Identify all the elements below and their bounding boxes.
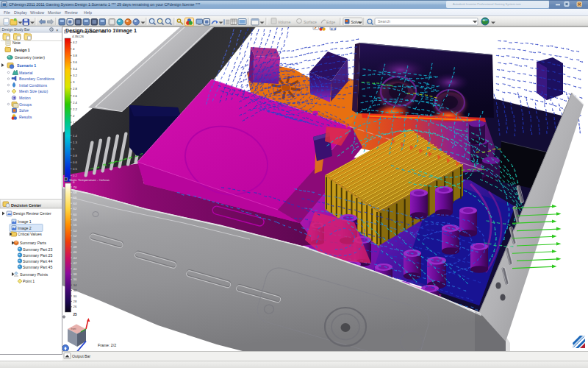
svg-text:Critical Values: Critical Values: [18, 232, 42, 236]
svg-text:Summary Part 44: Summary Part 44: [23, 259, 52, 263]
svg-text:0.2: 0.2: [73, 174, 78, 177]
svg-text:×: ×: [56, 28, 59, 32]
svg-text:Review: Review: [65, 10, 78, 15]
svg-text:Boundary Conditions: Boundary Conditions: [19, 77, 55, 81]
svg-text:70: 70: [74, 185, 77, 189]
svg-text:Monitor: Monitor: [48, 10, 61, 15]
svg-text:34: 34: [74, 283, 77, 287]
svg-text:50: 50: [74, 240, 77, 244]
svg-text:0.8: 0.8: [73, 154, 78, 158]
svg-text:4.2: 4.2: [73, 40, 78, 44]
svg-text:Image 2: Image 2: [18, 226, 32, 230]
svg-text:Search: Search: [378, 19, 390, 24]
svg-text:3.6: 3.6: [73, 60, 78, 64]
svg-text:Material: Material: [19, 71, 32, 75]
svg-text:38: 38: [74, 272, 77, 276]
svg-text:Point 1: Point 1: [23, 279, 35, 283]
svg-text:26: 26: [74, 305, 77, 308]
svg-text:CFdesign 2011 2011 Gaming S: CFdesign 2011 2011 Gaming System:Design …: [9, 2, 200, 7]
svg-text:2.2: 2.2: [73, 107, 78, 111]
svg-text:46: 46: [74, 250, 77, 254]
svg-text:25: 25: [74, 313, 78, 316]
svg-text:1.8: 1.8: [73, 121, 78, 124]
svg-text:Output Bar: Output Bar: [72, 354, 90, 358]
svg-text:Geometry (meter): Geometry (meter): [15, 55, 45, 60]
svg-text:Results: Results: [19, 115, 32, 119]
svg-text:Summary Part 25: Summary Part 25: [23, 253, 52, 258]
svg-text:62: 62: [74, 207, 77, 210]
svg-text:Motion: Motion: [19, 96, 31, 100]
svg-text:36: 36: [74, 277, 77, 281]
svg-text:File: File: [4, 10, 10, 15]
svg-text:44: 44: [74, 256, 77, 260]
svg-text:Summary Part 45: Summary Part 45: [23, 265, 52, 269]
svg-text:56: 56: [74, 223, 77, 227]
svg-text:front: front: [71, 328, 76, 330]
svg-text:Design Study Bar: Design Study Bar: [2, 28, 30, 32]
svg-text:3.8: 3.8: [73, 54, 78, 57]
svg-text:Scenario 1: Scenario 1: [17, 63, 36, 68]
svg-text:Design 1: Design 1: [14, 48, 30, 52]
svg-text:Decision Center: Decision Center: [11, 203, 42, 208]
svg-text:64: 64: [74, 202, 77, 205]
svg-text:30: 30: [74, 294, 77, 298]
svg-text:Summary Parts: Summary Parts: [20, 241, 46, 245]
svg-text:1.4: 1.4: [73, 134, 78, 138]
svg-text:Solve: Solve: [19, 108, 29, 113]
svg-text:Volume: Volume: [278, 20, 290, 24]
svg-text:1.6: 1.6: [73, 127, 78, 131]
svg-text:Window: Window: [30, 10, 44, 15]
svg-text:Design Review Center: Design Review Center: [13, 211, 51, 216]
svg-text:Display: Display: [14, 10, 27, 15]
svg-text:54: 54: [74, 229, 77, 233]
svg-text:Edge: Edge: [326, 20, 335, 24]
svg-text:42: 42: [74, 261, 77, 265]
svg-text:40: 40: [74, 267, 77, 271]
svg-text:Image 1: Image 1: [18, 219, 32, 224]
svg-text:Mesh Size (auto): Mesh Size (auto): [19, 89, 48, 93]
svg-text:58: 58: [74, 218, 77, 222]
svg-text:3.2: 3.2: [73, 74, 78, 77]
svg-text:Surface: Surface: [304, 20, 317, 24]
svg-text:66: 66: [74, 196, 77, 199]
svg-text:32: 32: [74, 289, 77, 292]
svg-text:Initial Conditions: Initial Conditions: [19, 83, 47, 88]
svg-text:0.5: 0.5: [73, 167, 78, 171]
svg-text:1.3: 1.3: [73, 141, 78, 144]
svg-text:Static Temperature - Celsius: Static Temperature - Celsius: [69, 178, 110, 182]
svg-text:60: 60: [74, 213, 77, 216]
svg-text:48: 48: [74, 245, 77, 249]
svg-text:Help: Help: [84, 10, 92, 15]
svg-text:Note: Note: [12, 40, 21, 45]
svg-text:Frame: 2/2: Frame: 2/2: [98, 343, 116, 347]
svg-text:Groups: Groups: [19, 102, 32, 107]
svg-text:2.8: 2.8: [73, 87, 78, 91]
svg-text:0.6: 0.6: [73, 160, 78, 164]
svg-text:3.4: 3.4: [73, 67, 78, 71]
svg-text:4.35126: 4.35126: [72, 35, 84, 38]
svg-text:28: 28: [74, 300, 77, 303]
svg-text:Summary Part 23: Summary Part 23: [23, 247, 52, 252]
svg-text:Summary Points: Summary Points: [20, 272, 48, 277]
svg-text:Design 1\Scenario 1\Image 1: Design 1\Scenario 1\Image 1: [65, 27, 137, 34]
svg-text:68: 68: [74, 191, 77, 194]
svg-text:2.4: 2.4: [73, 101, 78, 105]
svg-text:2.6: 2.6: [73, 94, 78, 98]
svg-text:Autodesk Inventor Professional: Autodesk Inventor Professional Gaming Sy…: [453, 2, 521, 6]
svg-text:52: 52: [74, 234, 77, 238]
